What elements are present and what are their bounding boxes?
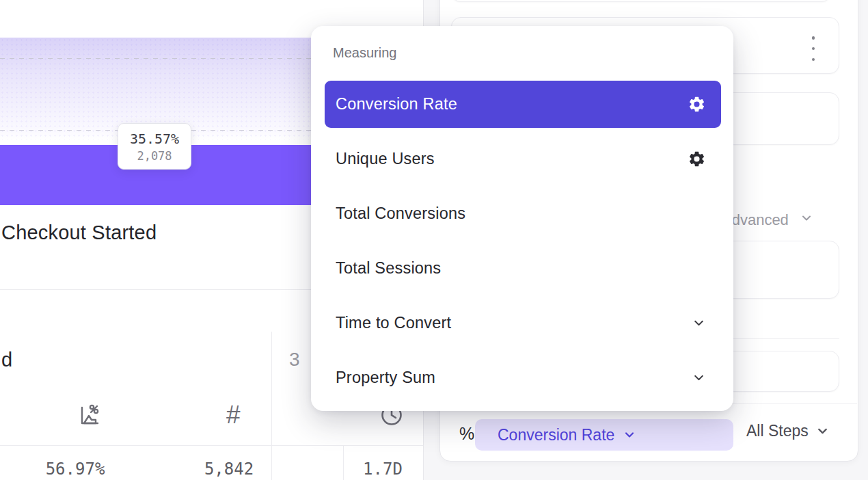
app-screen: 35.57% 2,078 Checkout Started d 3 # 56.9…: [0, 0, 868, 480]
step-title: Checkout Started: [1, 222, 157, 244]
table-row-divider: [0, 445, 423, 446]
menu-item-label: Conversion Rate: [336, 95, 457, 114]
steps-selector-label: All Steps: [746, 422, 809, 440]
cell-time: 1.7D: [345, 459, 420, 479]
percent-sign: %: [459, 424, 474, 444]
conversion-rate-icon[interactable]: [77, 403, 102, 428]
chevron-down-icon: [692, 371, 706, 385]
menu-item-total-sessions[interactable]: Total Sessions: [325, 249, 721, 287]
steps-selector[interactable]: All Steps: [746, 422, 830, 440]
count-icon[interactable]: #: [226, 401, 241, 429]
table-step-number: 3: [289, 349, 300, 371]
advanced-toggle[interactable]: Advanced: [722, 211, 813, 229]
cell-count: 5,842: [191, 459, 267, 479]
menu-item-total-conversions[interactable]: Total Conversions: [325, 194, 721, 232]
measurement-selector[interactable]: Conversion Rate: [475, 419, 733, 451]
menu-item-property-sum[interactable]: Property Sum: [325, 358, 721, 397]
menu-item-label: Time to Convert: [336, 314, 451, 332]
chevron-down-icon: [800, 211, 813, 225]
menu-item-label: Total Sessions: [336, 259, 441, 278]
tooltip-conversion-rate: 35.57%: [130, 131, 179, 147]
menu-item-conversion-rate[interactable]: Conversion Rate: [325, 81, 721, 128]
measurement-selector-label: Conversion Rate: [498, 426, 614, 444]
cell-conversion-rate: 56.97%: [38, 459, 113, 479]
kebab-menu-icon[interactable]: [809, 36, 818, 61]
chart-tooltip: 35.57% 2,078: [118, 123, 191, 170]
chevron-down-icon: [815, 424, 830, 438]
chevron-down-icon: [692, 316, 706, 330]
menu-item-unique-users[interactable]: Unique Users: [325, 139, 721, 178]
dropdown-header: Measuring: [333, 45, 396, 61]
menu-item-label: Property Sum: [336, 369, 435, 387]
table-column-divider: [343, 446, 344, 480]
table-step-header-fragment: d: [1, 349, 12, 371]
query-step-card[interactable]: [451, 0, 831, 2]
gear-icon[interactable]: [688, 150, 706, 168]
menu-item-label: Unique Users: [336, 150, 435, 168]
menu-item-time-to-convert[interactable]: Time to Convert: [325, 304, 721, 342]
gear-icon[interactable]: [688, 95, 706, 114]
tooltip-count: 2,078: [137, 149, 172, 163]
menu-item-label: Total Conversions: [336, 204, 465, 223]
chevron-down-icon: [623, 428, 636, 442]
table-column-divider: [271, 332, 272, 480]
